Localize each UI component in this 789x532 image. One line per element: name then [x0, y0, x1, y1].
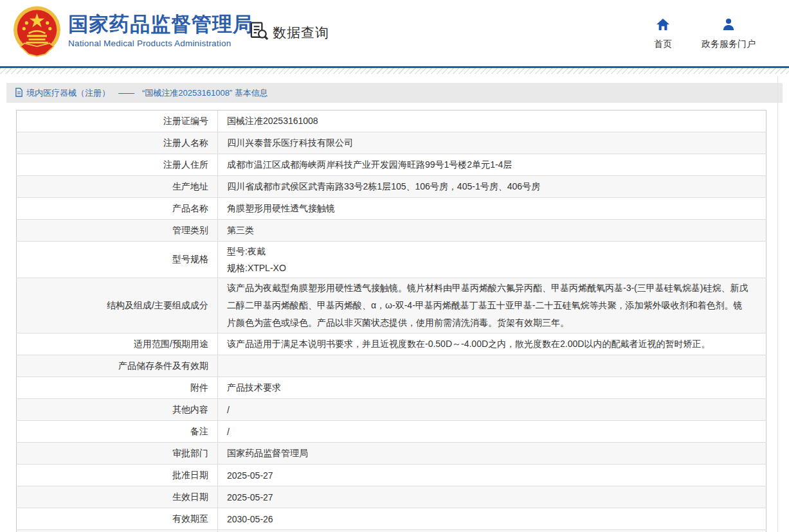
row-label: 管理类别 [17, 220, 218, 242]
document-search-icon [248, 21, 269, 44]
data-query-section[interactable]: 数据查询 [248, 21, 329, 44]
row-label: 备注 [17, 421, 218, 443]
row-label: 注册人名称 [17, 132, 218, 154]
row-label: 注册人住所 [17, 154, 218, 176]
row-label: 产品名称 [17, 198, 218, 220]
table-row: 注册证编号 国械注准20253161008 [17, 111, 766, 132]
nav-service-portal-label: 政务服务门户 [702, 39, 756, 50]
row-value [218, 355, 766, 377]
table-row: 附件 产品技术要求 [17, 377, 766, 399]
breadcrumb-separator: —— [118, 88, 134, 98]
table-row: 生效日期 2025-05-27 [17, 486, 766, 508]
table-row: 生产地址 四川省成都市武侯区武青南路33号2栋1层105、106号房，405-1… [17, 176, 766, 198]
row-value: 成都市温江区成都海峡两岸科技产业开发园海旺路99号1号楼2单元1-4层 [218, 154, 766, 176]
national-emblem-icon [11, 6, 63, 60]
row-value: 型号:夜戴 规格:XTPL-XO [218, 242, 766, 278]
data-query-label: 数据查询 [273, 24, 329, 42]
row-value: / [218, 399, 766, 421]
table-row: 结构及组成/主要组成成分 该产品为夜戴型角膜塑形用硬性透气接触镜。镜片材料由甲基… [17, 278, 766, 333]
row-label: 批准日期 [17, 465, 218, 486]
user-icon [721, 18, 736, 33]
home-icon [656, 18, 670, 33]
row-value: 产品技术要求 [218, 377, 766, 399]
table-row: 注册人住所 成都市温江区成都海峡两岸科技产业开发园海旺路99号1号楼2单元1-4… [17, 154, 766, 176]
top-nav: 首页 政务服务门户 [654, 18, 756, 50]
registration-info-table: 注册证编号 国械注准20253161008 注册人名称 四川兴泰普乐医疗科技有限… [16, 110, 766, 532]
row-label: 产品储存条件及有效期 [17, 355, 218, 377]
row-value: 第三类 [218, 220, 766, 242]
table-row: 备注 / [17, 421, 766, 443]
breadcrumb-current: “国械注准20253161008” 基本信息 [142, 87, 268, 99]
table-row: 注册人名称 四川兴泰普乐医疗科技有限公司 [17, 132, 766, 154]
row-value: 国械注准20253161008 [218, 111, 766, 132]
breadcrumb: 境内医疗器械（注册） —— “国械注准20253161008” 基本信息 [6, 83, 783, 103]
page-header: 国家药品监督管理局 National Medical Products Admi… [0, 0, 789, 66]
site-title-block: 国家药品监督管理局 National Medical Products Admi… [68, 13, 253, 48]
row-label: 型号规格 [17, 242, 218, 278]
row-label [17, 530, 218, 532]
spec-line: 规格:XTPL-XO [227, 260, 750, 276]
row-value: 四川省成都市武侯区武青南路33号2栋1层105、106号房，405-1号房、40… [218, 176, 766, 198]
row-label: 生效日期 [17, 486, 218, 508]
row-value: 该产品为夜戴型角膜塑形用硬性透气接触镜。镜片材料由甲基丙烯酸六氟异丙酯、甲基丙烯… [218, 278, 766, 333]
nav-home[interactable]: 首页 [654, 18, 672, 50]
table-row: 适用范围/预期用途 该产品适用于满足本说明书要求，并且近视度数在-0.50D～-… [17, 333, 766, 355]
table-row: 型号规格 型号:夜戴 规格:XTPL-XO [17, 242, 766, 278]
row-label: 审批部门 [17, 443, 218, 465]
content-edge-line [777, 76, 778, 532]
row-label: 注册证编号 [17, 111, 218, 132]
row-value: / [218, 421, 766, 443]
row-value: 该产品适用于满足本说明书要求，并且近视度数在-0.50D～-4.00D之内，散光… [218, 333, 766, 355]
row-value: 角膜塑形用硬性透气接触镜 [218, 198, 766, 220]
table-row: 其他内容 / [17, 399, 766, 421]
row-label: 生产地址 [17, 176, 218, 198]
table-row: 批准日期 2025-05-27 [17, 465, 766, 486]
row-value [218, 530, 766, 532]
nav-service-portal[interactable]: 政务服务门户 [702, 18, 756, 50]
model-line: 型号:夜戴 [227, 243, 750, 260]
table-row: 审批部门 国家药品监督管理局 [17, 443, 766, 465]
row-value: 四川兴泰普乐医疗科技有限公司 [218, 132, 766, 154]
site-title: 国家药品监督管理局 [68, 13, 253, 35]
nav-home-label: 首页 [654, 39, 672, 50]
file-icon [15, 87, 23, 99]
row-label: 结构及组成/主要组成成分 [17, 278, 218, 333]
row-value: 2025-05-27 [218, 465, 766, 486]
table-row: 产品名称 角膜塑形用硬性透气接触镜 [17, 198, 766, 220]
row-value: 2030-05-26 [218, 508, 766, 530]
breadcrumb-category[interactable]: 境内医疗器械（注册） [26, 87, 110, 99]
row-label: 其他内容 [17, 399, 218, 421]
row-label: 有效期至 [17, 508, 218, 530]
row-label: 适用范围/预期用途 [17, 333, 218, 355]
row-value: 2025-05-27 [218, 486, 766, 508]
table-row-partial [17, 530, 766, 532]
table-row: 有效期至 2030-05-26 [17, 508, 766, 530]
hatch-stripe [0, 68, 789, 74]
table-row: 产品储存条件及有效期 [17, 355, 766, 377]
site-subtitle: National Medical Products Administration [68, 39, 253, 48]
row-label: 附件 [17, 377, 218, 399]
table-row: 管理类别 第三类 [17, 220, 766, 242]
row-value: 国家药品监督管理局 [218, 443, 766, 465]
